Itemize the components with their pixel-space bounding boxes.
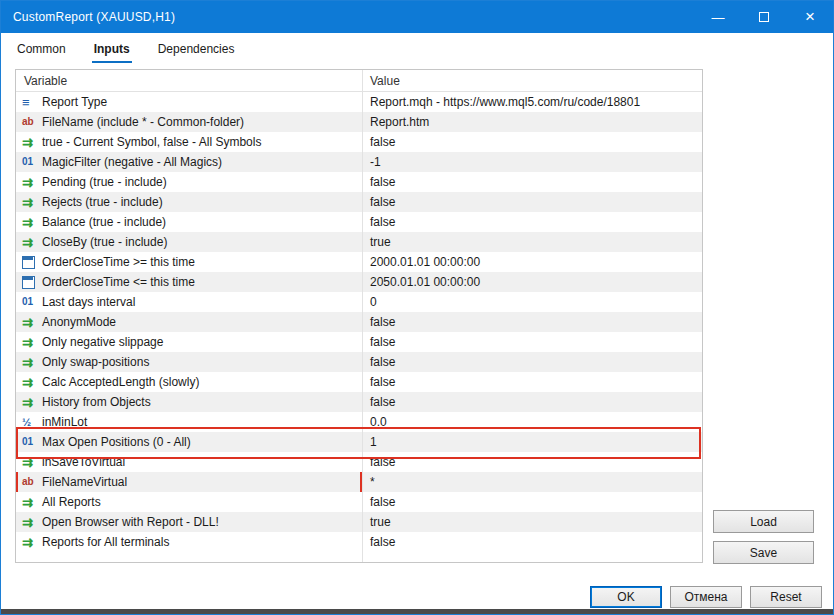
tab-bar: Common Inputs Dependencies [1,33,833,63]
variable-name: Pending (true - include) [42,175,167,189]
bool-type-icon: ⇉ [22,455,40,469]
bool-type-icon: ⇉ [22,495,40,509]
table-row[interactable]: 01Max Open Positions (0 - All)1 [16,432,702,452]
table-row[interactable]: 01Last days interval0 [16,292,702,312]
variable-cell: ≡Report Type [16,92,362,112]
variable-name: inSaveToVirtual [42,455,125,469]
variable-name: Max Open Positions (0 - All) [42,435,191,449]
value-cell[interactable]: false [362,312,702,332]
value-cell[interactable]: Report.htm [362,112,702,132]
variable-cell: ⇉Rejects (true - include) [16,192,362,212]
tab-common[interactable]: Common [15,38,68,63]
enum-type-icon: ≡ [22,95,40,109]
int-type-icon: 01 [22,435,40,449]
table-row[interactable]: ⇉Only negative slippagefalse [16,332,702,352]
variable-cell: ⇉History from Objects [16,392,362,412]
value-cell[interactable]: -1 [362,152,702,172]
table-row[interactable]: ⇉AnonymModefalse [16,312,702,332]
datetime-type-icon [22,255,40,269]
variable-name: true - Current Symbol, false - All Symbo… [42,135,261,149]
variable-cell: ⇉Only negative slippage [16,332,362,352]
value-cell[interactable]: false [362,352,702,372]
variable-name: Open Browser with Report - DLL! [42,515,219,529]
variable-name: OrderCloseTime <= this time [42,275,195,289]
int-type-icon: 01 [22,155,40,169]
variable-name: inMinLot [42,415,87,429]
variable-name: FileName (include * - Common-folder) [42,115,244,129]
bool-type-icon: ⇉ [22,235,40,249]
value-cell[interactable]: * [362,472,702,492]
tab-inputs[interactable]: Inputs [92,38,132,63]
table-row[interactable]: ⇉Rejects (true - include)false [16,192,702,212]
value-cell[interactable]: 0 [362,292,702,312]
table-row[interactable]: ⇉Pending (true - include)false [16,172,702,192]
table-row[interactable]: ⇉inSaveToVirtualfalse [16,452,702,472]
variable-name: OrderCloseTime >= this time [42,255,195,269]
screen-edge [1,609,833,614]
variable-cell: 01MagicFilter (negative - All Magics) [16,152,362,172]
close-button[interactable]: × [787,1,833,33]
value-cell[interactable]: 2000.01.01 00:00:00 [362,252,702,272]
table-row[interactable]: ⇉Only swap-positionsfalse [16,352,702,372]
table-row[interactable]: ⇉CloseBy (true - include)true [16,232,702,252]
minimize-button[interactable]: — [695,1,741,33]
reset-button[interactable]: Reset [750,586,822,608]
table-row[interactable]: ⇉Balance (true - include)false [16,212,702,232]
bool-type-icon: ⇉ [22,215,40,229]
variable-name: History from Objects [42,395,151,409]
table-row[interactable]: ⇉All Reportsfalse [16,492,702,512]
close-icon: × [805,7,815,27]
variable-cell: ⇉inSaveToVirtual [16,452,362,472]
cancel-button[interactable]: Отмена [670,586,742,608]
variable-cell: ⇉Only swap-positions [16,352,362,372]
value-cell[interactable]: true [362,232,702,252]
value-cell[interactable]: 0.0 [362,412,702,432]
table-row[interactable]: ⇉Open Browser with Report - DLL!true [16,512,702,532]
value-cell[interactable]: 1 [362,432,702,452]
value-cell[interactable]: false [362,172,702,192]
bool-type-icon: ⇉ [22,135,40,149]
value-cell[interactable]: false [362,372,702,392]
variable-cell: 01Max Open Positions (0 - All) [16,432,362,452]
table-row[interactable]: ⇉Calc AcceptedLength (slowly)false [16,372,702,392]
table-row[interactable]: ⇉true - Current Symbol, false - All Symb… [16,132,702,152]
value-cell[interactable]: true [362,512,702,532]
variable-cell: ⇉true - Current Symbol, false - All Symb… [16,132,362,152]
variable-cell: ⇉Reports for All terminals [16,532,362,552]
table-row[interactable]: ≡Report TypeReport.mqh - https://www.mql… [16,92,702,112]
table-row[interactable]: OrderCloseTime >= this time2000.01.01 00… [16,252,702,272]
title-bar[interactable]: CustomReport (XAUUSD,H1) — × [1,1,833,33]
variable-name: Rejects (true - include) [42,195,163,209]
table-row[interactable]: abFileName (include * - Common-folder)Re… [16,112,702,132]
datetime-type-icon [22,275,40,289]
variable-name: Report Type [42,95,107,109]
variable-name: Last days interval [42,295,135,309]
string-type-icon: ab [22,475,40,489]
bool-type-icon: ⇉ [22,395,40,409]
variable-cell: ⇉AnonymMode [16,312,362,332]
variable-name: CloseBy (true - include) [42,235,167,249]
value-cell[interactable]: false [362,492,702,512]
value-cell[interactable]: false [362,392,702,412]
table-header: Variable Value [16,70,702,92]
table-row[interactable]: ⇉History from Objectsfalse [16,392,702,412]
ok-button[interactable]: OK [590,586,662,608]
save-button[interactable]: Save [713,541,814,564]
value-cell[interactable]: false [362,132,702,152]
table-row[interactable]: ⇉Reports for All terminalsfalse [16,532,702,552]
value-cell[interactable]: false [362,332,702,352]
table-row[interactable]: ½inMinLot0.0 [16,412,702,432]
table-row[interactable]: 01MagicFilter (negative - All Magics)-1 [16,152,702,172]
value-cell[interactable]: false [362,532,702,552]
tab-dependencies[interactable]: Dependencies [156,38,237,63]
variable-name: MagicFilter (negative - All Magics) [42,155,222,169]
maximize-button[interactable] [741,1,787,33]
value-cell[interactable]: false [362,192,702,212]
table-row[interactable]: OrderCloseTime <= this time2050.01.01 00… [16,272,702,292]
load-button[interactable]: Load [713,510,814,533]
value-cell[interactable]: Report.mqh - https://www.mql5.com/ru/cod… [362,92,702,112]
value-cell[interactable]: false [362,452,702,472]
table-row[interactable]: abFileNameVirtual* [16,472,702,492]
value-cell[interactable]: 2050.01.01 00:00:00 [362,272,702,292]
value-cell[interactable]: false [362,212,702,232]
